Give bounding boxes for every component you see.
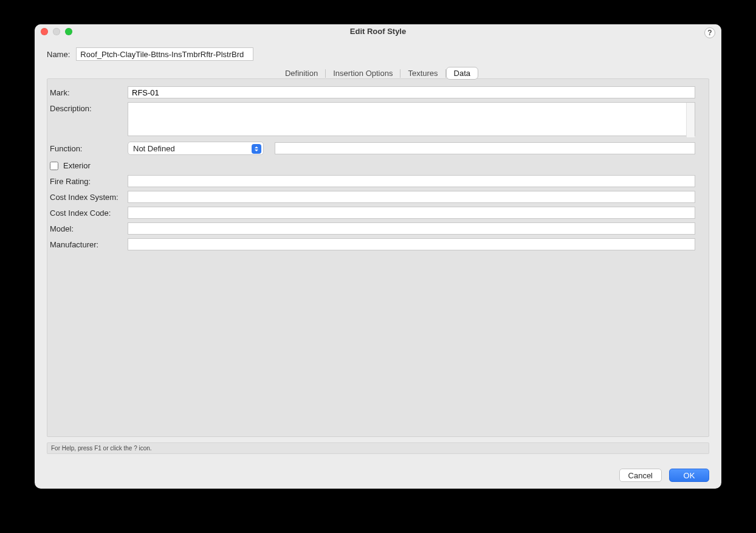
function-extra-input[interactable] — [275, 142, 695, 154]
function-row: Not Defined — [128, 142, 695, 155]
model-label: Model: — [50, 224, 128, 233]
manufacturer-input[interactable] — [128, 238, 695, 250]
manufacturer-label: Manufacturer: — [50, 240, 128, 249]
tab-panel-data: Mark: Description: Function: Not Defined — [47, 78, 709, 437]
tab-insertion-options[interactable]: Insertion Options — [326, 67, 400, 80]
name-input[interactable] — [76, 47, 253, 61]
exterior-checkbox[interactable] — [50, 162, 58, 170]
help-icon: ? — [707, 29, 712, 37]
function-select-value: Not Defined — [133, 144, 175, 153]
data-form: Mark: Description: Function: Not Defined — [50, 86, 695, 250]
tab-textures[interactable]: Textures — [400, 67, 445, 80]
tab-definition[interactable]: Definition — [278, 67, 325, 80]
dialog-edit-roof-style: Edit Roof Style ? Name: Definition Inser… — [35, 24, 721, 489]
cost-index-code-input[interactable] — [128, 207, 695, 219]
cost-index-code-label: Cost Index Code: — [50, 208, 128, 218]
titlebar[interactable]: Edit Roof Style ? — [35, 24, 721, 39]
help-hint: For Help, press F1 or click the ? icon. — [47, 442, 709, 454]
cancel-button[interactable]: Cancel — [619, 469, 662, 482]
dialog-button-row: Cancel OK — [47, 469, 709, 482]
description-textarea[interactable] — [128, 102, 695, 136]
description-wrap — [128, 102, 695, 138]
model-input[interactable] — [128, 222, 695, 235]
fire-rating-input[interactable] — [128, 175, 695, 187]
tab-data[interactable]: Data — [446, 67, 478, 80]
exterior-label: Exterior — [63, 161, 91, 170]
name-row: Name: — [47, 47, 709, 61]
scrollbar[interactable] — [686, 103, 695, 137]
chevron-updown-icon — [252, 144, 261, 154]
description-label: Description: — [50, 102, 128, 113]
function-select[interactable]: Not Defined — [128, 142, 264, 155]
function-label: Function: — [50, 144, 128, 153]
help-button[interactable]: ? — [704, 27, 715, 38]
ok-button[interactable]: OK — [669, 469, 709, 482]
exterior-row: Exterior — [50, 161, 695, 170]
fire-rating-label: Fire Rating: — [50, 177, 128, 186]
name-label: Name: — [47, 50, 70, 59]
dialog-title: Edit Roof Style — [35, 24, 721, 39]
tab-segment: Definition Insertion Options Textures Da… — [278, 67, 478, 80]
mark-input[interactable] — [128, 86, 695, 98]
mark-label: Mark: — [50, 88, 128, 97]
tab-bar: Definition Insertion Options Textures Da… — [47, 67, 709, 80]
cost-index-system-label: Cost Index System: — [50, 193, 128, 202]
cost-index-system-input[interactable] — [128, 191, 695, 203]
dialog-content: Name: Definition Insertion Options Textu… — [35, 39, 721, 482]
